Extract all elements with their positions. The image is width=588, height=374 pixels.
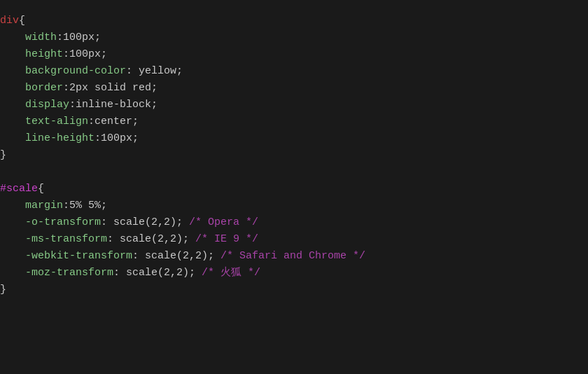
- token-id-selector: #scale: [0, 183, 38, 195]
- code-line-3: height:100px;: [0, 46, 588, 63]
- token-selector: div: [0, 15, 19, 27]
- code-line-10: [0, 164, 588, 181]
- token-value: 2px solid red: [69, 82, 151, 94]
- token-value: scale(2,2): [126, 267, 189, 279]
- token-value: center: [94, 116, 132, 127]
- token-property: -moz-transform: [0, 267, 113, 279]
- code-line-5: border:2px solid red;: [0, 80, 588, 97]
- token-property: margin: [0, 200, 63, 212]
- code-line-4: background-color: yellow;: [0, 63, 588, 80]
- token-value: 100px: [63, 32, 94, 43]
- token-value: scale(2,2): [113, 216, 176, 228]
- token-brace: }: [0, 149, 6, 161]
- code-line-17: }: [0, 282, 588, 298]
- token-property: background-color: [0, 65, 126, 77]
- code-line-11: #scale{: [0, 181, 588, 198]
- token-property: -ms-transform: [0, 233, 107, 245]
- token-property: width: [0, 32, 57, 43]
- token-value: scale(2,2): [145, 250, 208, 262]
- code-line-6: display:inline-block;: [0, 97, 588, 113]
- token-property: text-align: [0, 116, 88, 127]
- code-line-1: div{: [0, 13, 588, 29]
- token-property: line-height: [0, 132, 94, 144]
- token-value: yellow: [139, 65, 176, 77]
- token-property: -o-transform: [0, 216, 101, 228]
- code-line-16: -moz-transform: scale(2,2); /* 火狐 */: [0, 265, 588, 282]
- token-comment: /* 火狐 */: [202, 267, 260, 279]
- code-line-7: text-align:center;: [0, 113, 588, 130]
- token-value: inline-block: [76, 99, 151, 111]
- token-value: 100px: [69, 48, 101, 60]
- code-line-2: width:100px;: [0, 29, 588, 46]
- token-comment: /* Safari and Chrome */: [220, 250, 365, 262]
- token-property: height: [0, 48, 63, 60]
- code-line-13: -o-transform: scale(2,2); /* Opera */: [0, 214, 588, 231]
- code-line-9: }: [0, 147, 588, 164]
- code-line-12: margin:5% 5%;: [0, 198, 588, 214]
- token-value: 5% 5%: [69, 200, 101, 212]
- token-brace: }: [0, 284, 6, 296]
- token-value: scale(2,2): [120, 233, 183, 245]
- token-comment: /* IE 9 */: [195, 233, 258, 245]
- code-line-8: line-height:100px;: [0, 130, 588, 147]
- token-brace: {: [38, 183, 44, 195]
- code-editor: div{ width:100px; height:100px; backgrou…: [0, 7, 588, 304]
- code-line-15: -webkit-transform: scale(2,2); /* Safari…: [0, 248, 588, 265]
- token-comment: /* Opera */: [189, 216, 258, 228]
- token-brace: {: [19, 15, 25, 27]
- token-property: border: [0, 82, 63, 94]
- token-property: -webkit-transform: [0, 250, 132, 262]
- token-value: 100px: [101, 132, 132, 144]
- token-property: display: [0, 99, 69, 111]
- code-line-14: -ms-transform: scale(2,2); /* IE 9 */: [0, 231, 588, 248]
